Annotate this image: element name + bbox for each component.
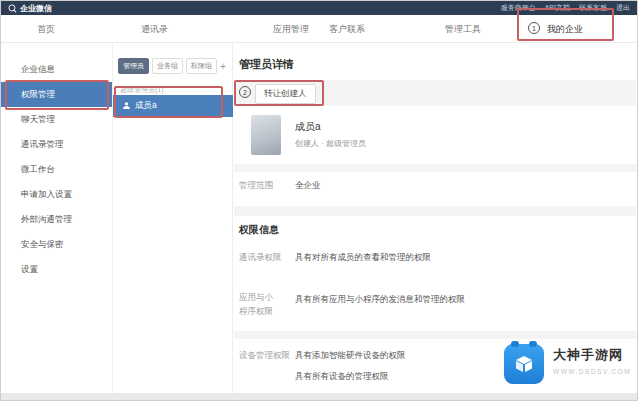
scope-value: 全企业 <box>295 179 321 193</box>
admin-detail-panel: 管理员详情 2 转让创建人 成员a 创建人 · 超级管理员 管理范围 全企业 权… <box>233 43 637 393</box>
admin-list-panel: 管理员 业务组 权限组 + 超级管理员(1) 成员a <box>113 43 233 393</box>
member-subtitle: 创建人 · 超级管理员 <box>295 138 366 149</box>
permissions-heading: 权限信息 <box>239 223 279 237</box>
link-contact-support[interactable]: 联系客服 <box>579 3 607 13</box>
tab-admins[interactable]: 管理员 <box>118 58 149 74</box>
tab-permission-groups[interactable]: 权限组 <box>186 58 217 74</box>
perm-devices-value-1: 具有添加智能硬件设备的权限 <box>295 349 406 363</box>
perm-contacts-value: 具有对所有成员的查看和管理的权限 <box>295 251 431 265</box>
admin-member-row[interactable]: 成员a <box>113 95 233 117</box>
detail-title: 管理员详情 <box>239 57 294 72</box>
nav-home[interactable]: 首页 <box>37 23 55 36</box>
nav-contacts[interactable]: 通讯录 <box>141 23 168 36</box>
admin-list-tabs: 管理员 业务组 权限组 + <box>118 58 226 74</box>
add-group-button[interactable]: + <box>220 61 226 72</box>
sidebar-item-company-info[interactable]: 企业信息 <box>1 57 112 82</box>
transfer-creator-button[interactable]: 转让创建人 <box>255 84 316 104</box>
watermark: 大神手游网 WWW.DSDSV.COM <box>504 344 631 384</box>
topbar-links: 服务商平台 API文档 联系客服 退出 <box>501 3 630 13</box>
sidebar-item-security[interactable]: 安全与保密 <box>1 232 112 257</box>
section-divider-1 <box>234 164 636 172</box>
tab-business-groups[interactable]: 业务组 <box>152 58 183 74</box>
scope-label: 管理范围 <box>239 179 273 193</box>
perm-devices-value-2: 具有所有设备的管理权限 <box>295 370 389 384</box>
watermark-cube-icon <box>504 344 544 384</box>
member-avatar <box>251 115 281 155</box>
main-nav: 首页 通讯录 应用管理 客户联系 管理工具 我的企业 <box>1 15 637 43</box>
wechat-work-logo-icon <box>8 4 17 13</box>
person-icon <box>122 101 131 112</box>
step-1-marker-icon: 1 <box>528 22 540 34</box>
app-logo[interactable]: 企业微信 <box>8 3 52 14</box>
admin-group-label: 超级管理员(1) <box>120 85 164 95</box>
section-divider-3 <box>234 331 636 339</box>
sidebar-item-contacts-mgmt[interactable]: 通讯录管理 <box>1 132 112 157</box>
link-provider-platform[interactable]: 服务商平台 <box>501 3 536 13</box>
perm-devices-label: 设备管理权限 <box>239 349 290 363</box>
app-logo-text: 企业微信 <box>20 3 52 14</box>
perm-apps-value: 具有所有应用与小程序的发消息和管理的权限 <box>295 293 465 307</box>
bottom-strip <box>1 393 637 400</box>
sidebar-item-permission-mgmt[interactable]: 权限管理 <box>1 82 112 107</box>
nav-tools[interactable]: 管理工具 <box>445 23 481 36</box>
link-logout[interactable]: 退出 <box>616 3 630 13</box>
watermark-title: 大神手游网 <box>553 346 631 364</box>
admin-console-window: 企业微信 服务商平台 API文档 联系客服 退出 首页 通讯录 应用管理 客户联… <box>0 0 638 401</box>
sidebar-item-chat-mgmt[interactable]: 聊天管理 <box>1 107 112 132</box>
watermark-text: 大神手游网 WWW.DSDSV.COM <box>553 344 631 384</box>
sidebar-item-external-comm[interactable]: 外部沟通管理 <box>1 207 112 232</box>
watermark-url: WWW.DSDSV.COM <box>553 368 631 375</box>
sidebar-item-workbench[interactable]: 微工作台 <box>1 157 112 182</box>
step-2-marker-icon: 2 <box>239 86 251 98</box>
admin-member-name: 成员a <box>135 100 157 112</box>
top-bar: 企业微信 服务商平台 API文档 联系客服 退出 <box>1 1 637 15</box>
sidebar-item-settings[interactable]: 设置 <box>1 257 112 282</box>
perm-contacts-label: 通讯录权限 <box>239 251 282 265</box>
perm-apps-label: 应用与小程序权限 <box>239 291 281 318</box>
nav-apps[interactable]: 应用管理 <box>273 23 309 36</box>
sidebar: 企业信息 权限管理 聊天管理 通讯录管理 微工作台 申请加入设置 外部沟通管理 … <box>1 43 113 393</box>
member-name: 成员a <box>295 120 321 134</box>
section-divider-2 <box>234 206 636 216</box>
sidebar-item-join-settings[interactable]: 申请加入设置 <box>1 182 112 207</box>
link-api-docs[interactable]: API文档 <box>545 3 570 13</box>
nav-customers[interactable]: 客户联系 <box>329 23 365 36</box>
nav-my-company[interactable]: 我的企业 <box>547 23 583 36</box>
